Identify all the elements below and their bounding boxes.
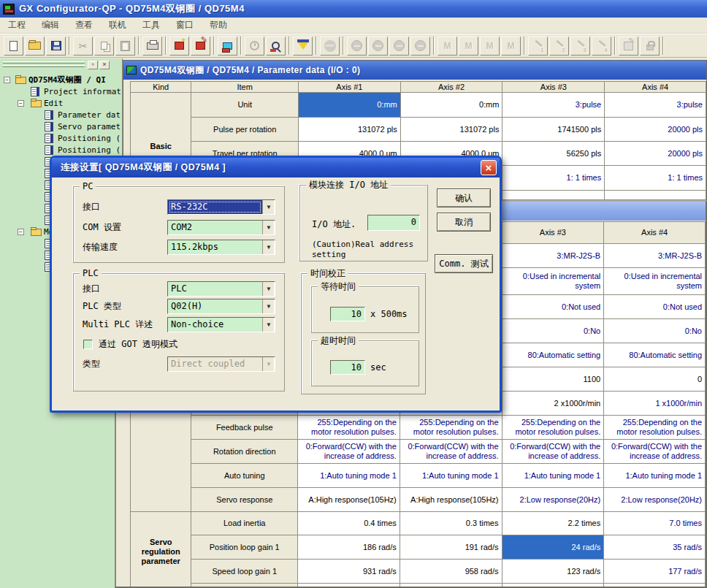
cell-axis3[interactable]: 80:Automatic setting xyxy=(502,343,604,367)
cell-axis2[interactable]: 1:Auto tuning mode 1 xyxy=(400,464,502,488)
close-panel-icon[interactable]: × xyxy=(99,61,110,69)
collapse-icon[interactable]: − xyxy=(18,229,24,235)
tree-item[interactable]: −Edit xyxy=(0,98,122,110)
ok-button[interactable]: 确认 xyxy=(437,188,491,207)
cell-axis1[interactable]: 0:mm xyxy=(299,93,401,118)
pc-interface-combo[interactable]: RS-232C ▼ xyxy=(167,199,275,215)
cell-axis4[interactable]: 1: 1 times xyxy=(605,166,706,191)
cell-axis2[interactable]: 0.3 times xyxy=(400,512,502,535)
tree-item[interactable]: Positioning ( xyxy=(0,145,122,156)
toolbar-button-edit-write[interactable] xyxy=(191,37,210,56)
cell-axis3[interactable]: 1100 xyxy=(502,367,604,392)
collapse-icon[interactable]: − xyxy=(18,100,24,107)
cell-axis1[interactable]: 0.4 times xyxy=(298,512,400,535)
cell-axis4[interactable]: 2:Low response(20Hz) xyxy=(604,488,706,512)
cell-axis3[interactable]: 123 rad/s xyxy=(502,560,604,584)
tree-item[interactable]: Servo paramet xyxy=(0,121,122,133)
tree-item[interactable]: −QD75M4双钢圈 / QI xyxy=(0,75,122,86)
cell-axis1[interactable] xyxy=(298,584,400,587)
cell-axis3[interactable]: 0:Forward(CCW) with the increase of addr… xyxy=(502,440,604,464)
cell-axis2[interactable]: 191 rad/s xyxy=(400,535,502,560)
menu-window[interactable]: 窗口 xyxy=(168,18,202,33)
cell-axis3[interactable]: 2.2 times xyxy=(502,512,604,535)
wait-time-field[interactable]: 10 xyxy=(330,307,365,321)
cell-axis1[interactable]: 255:Depending on the motor resolution pu… xyxy=(298,416,400,440)
cell-axis4[interactable]: 35 rad/s xyxy=(604,535,706,560)
cell-axis3[interactable]: 3:pulse xyxy=(502,93,605,118)
toolbar-button-checked-write[interactable] xyxy=(169,37,189,56)
cell-axis3[interactable]: 1741500 pls xyxy=(502,118,605,142)
cell-axis3[interactable]: 255:Depending on the motor resolution pu… xyxy=(502,416,604,440)
cell-axis3[interactable]: 0:No xyxy=(502,319,604,343)
cell-axis3[interactable]: 24 rad/s xyxy=(502,535,604,560)
cell-axis1[interactable]: 931 rad/s xyxy=(298,560,400,584)
dialog-titlebar[interactable]: 连接设置[ QD75M4双钢圈 / QD75M4 ] × xyxy=(52,158,500,177)
tree-item[interactable]: Positioning ( xyxy=(0,133,122,145)
cell-axis4[interactable]: 3:pulse xyxy=(605,93,706,118)
chevron-down-icon[interactable]: ▼ xyxy=(262,240,275,254)
plc-interface-combo[interactable]: PLC ▼ xyxy=(167,281,275,297)
menu-help[interactable]: 帮助 xyxy=(202,18,235,33)
parameter-window-titlebar[interactable]: QD75M4双钢圈 / QD75M4 / Parameter data (I/O… xyxy=(123,61,706,80)
cell-axis3[interactable]: 1: 1 times xyxy=(502,166,605,191)
cell-axis4[interactable]: 0 xyxy=(604,367,706,392)
cell-axis2[interactable]: 131072 pls xyxy=(400,118,502,142)
cell-axis2[interactable]: 0:mm xyxy=(400,93,502,118)
cell-axis2[interactable]: 0:Forward(CCW) with the increase of addr… xyxy=(400,440,502,464)
cell-axis2[interactable]: 958 rad/s xyxy=(400,560,502,584)
cell-axis3[interactable]: 2:Low response(20Hz) xyxy=(502,488,604,512)
cell-axis3[interactable] xyxy=(502,584,604,587)
cell-axis1[interactable]: 0:Forward(CCW) with the increase of addr… xyxy=(298,440,400,464)
main-titlebar[interactable]: GX Configurator-QP - QD75M4双钢圈 / QD75M4 xyxy=(0,0,707,18)
cell-axis4[interactable]: 0:Used in incremental system xyxy=(604,268,706,295)
toolbar-button-download[interactable] xyxy=(293,37,313,56)
cell-axis4[interactable]: 0:No xyxy=(604,319,706,343)
restore-panel-icon[interactable]: ▫ xyxy=(88,61,98,69)
cancel-button[interactable]: 取消 xyxy=(437,213,491,232)
multi-plc-combo[interactable]: Non-choice ▼ xyxy=(167,317,275,332)
cell-axis4[interactable]: 20000 pls xyxy=(605,142,706,166)
toolbar-button-transfer[interactable] xyxy=(218,37,237,56)
com-setting-combo[interactable]: COM2 ▼ xyxy=(167,220,275,235)
io-address-field[interactable]: 0 xyxy=(367,215,420,231)
cell-axis4[interactable]: 177 rad/s xyxy=(604,560,706,584)
tree-item[interactable]: Project informat xyxy=(0,86,122,98)
cell-axis1[interactable]: 186 rad/s xyxy=(298,535,400,560)
close-icon[interactable]: × xyxy=(481,160,497,175)
cell-axis4[interactable]: 20000 pls xyxy=(605,118,706,142)
cell-axis4[interactable] xyxy=(604,584,706,587)
cell-axis3[interactable]: 56250 pls xyxy=(502,142,605,166)
menu-view[interactable]: 查看 xyxy=(67,18,101,33)
tree-item[interactable]: Parameter dat xyxy=(0,110,122,121)
cell-axis4[interactable]: 0:Forward(CCW) with the increase of addr… xyxy=(604,440,706,464)
chevron-down-icon[interactable]: ▼ xyxy=(262,200,275,214)
toolbar-button-print[interactable] xyxy=(142,37,162,56)
cell-axis3[interactable]: 0:Not used xyxy=(502,295,604,319)
cell-axis4[interactable]: 7.0 times xyxy=(604,512,706,535)
toolbar-button-module-search[interactable] xyxy=(266,37,286,56)
cell-axis3[interactable]: 1:Auto tuning mode 1 xyxy=(502,464,604,488)
chevron-down-icon[interactable]: ▼ xyxy=(262,318,275,332)
plc-type-combo[interactable]: Q02(H) ▼ xyxy=(167,299,275,314)
cell-axis3[interactable]: 2 x1000r/min xyxy=(502,392,604,416)
chevron-down-icon[interactable]: ▼ xyxy=(262,282,275,296)
chevron-down-icon[interactable]: ▼ xyxy=(262,221,275,234)
cell-axis4[interactable]: 255:Depending on the motor resolution pu… xyxy=(604,416,706,440)
cell-axis2[interactable] xyxy=(400,584,502,587)
baud-rate-combo[interactable]: 115.2kbps ▼ xyxy=(167,240,275,255)
cell-axis1[interactable]: A:High response(105Hz) xyxy=(298,488,400,512)
cell-axis3[interactable]: 3:MR-J2S-B xyxy=(502,244,604,268)
cell-axis1[interactable]: 1:Auto tuning mode 1 xyxy=(298,464,400,488)
cell-axis4[interactable]: 0:Not used xyxy=(604,295,706,319)
cell-axis1[interactable]: 131072 pls xyxy=(299,118,401,142)
toolbar-button-open[interactable] xyxy=(25,37,45,56)
toolbar-button-new[interactable] xyxy=(4,37,23,56)
cell-axis4[interactable]: 1 x1000r/min xyxy=(604,392,706,416)
toolbar-button-save[interactable] xyxy=(46,37,66,56)
cell-axis4[interactable]: 1:Auto tuning mode 1 xyxy=(604,464,706,488)
cell-axis4[interactable]: 80:Automatic setting xyxy=(604,343,706,367)
timeout-field[interactable]: 10 xyxy=(330,360,365,375)
cell-axis3[interactable] xyxy=(502,191,605,200)
cell-axis4[interactable] xyxy=(605,191,706,200)
cell-axis3[interactable]: 0:Used in incremental system xyxy=(502,268,604,295)
